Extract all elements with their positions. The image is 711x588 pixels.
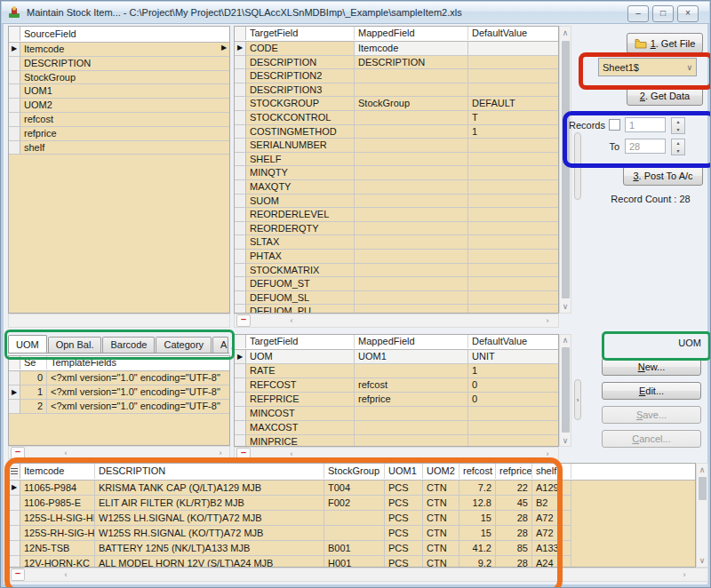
grid-cell[interactable]: 1106-P985-E [20,496,95,511]
grid-cell[interactable]: refprice [355,393,468,407]
records-from-input[interactable] [625,117,666,132]
grid-header-cell[interactable]: DefaultValue [468,335,559,348]
grid-cell[interactable]: SLTAX [246,235,355,250]
grid-cell[interactable]: DESCRIPTION2 [246,69,355,83]
grid-cell[interactable] [468,42,559,56]
close-button[interactable]: × [677,5,699,22]
grid-cell[interactable]: RATE [246,364,355,378]
spin-down-icon[interactable]: ▾ [672,147,684,155]
grid-cell[interactable]: REORDERLEVEL [246,208,355,222]
scroll-left-icon[interactable]: ‹ [286,449,297,458]
grid-cell[interactable] [355,407,468,421]
grid-cell[interactable]: STOCKGROUP [246,97,355,111]
scrollbar-thumb[interactable] [562,41,570,298]
grid-cell[interactable]: StockGroup [20,71,230,85]
grid-cell[interactable]: STOCKCONTROL [246,111,355,125]
data-grid-hscrollbar[interactable]: – ‹ › [8,568,708,582]
grid-cell[interactable]: 7.2 [459,481,496,496]
grid-header-cell[interactable]: shelf [532,464,571,479]
grid-cell[interactable]: UNIT [468,350,559,364]
grid-header-cell[interactable]: DESCRIPTION [95,464,324,479]
grid-cell[interactable]: 12N5-TSB [20,541,95,556]
grid-cell[interactable]: DESCRIPTION [355,56,468,70]
grid-cell[interactable]: PCS [385,541,423,556]
grid-header-cell[interactable]: MappedField [355,27,468,40]
grid-cell[interactable] [468,69,559,83]
grid-header-cell[interactable]: StockGroup [324,464,385,479]
grid-header-cell[interactable]: SourceField [20,27,230,41]
grid-cell[interactable]: 125S-LH-SIG-HLD [20,511,95,526]
grid-cell[interactable] [468,195,559,209]
grid-cell[interactable]: CTN [423,481,459,496]
tab-uom[interactable]: UOM [8,335,47,353]
records-to-input[interactable] [625,139,666,154]
template-grid-hscrollbar[interactable]: – ‹ › [8,446,230,459]
grid-cell[interactable] [355,166,468,180]
grid-cell[interactable] [355,277,468,291]
grid-cell[interactable]: 2 [20,400,47,414]
grid-cell[interactable] [468,291,559,306]
grid-cell[interactable]: F002 [324,496,385,511]
grid-header-cell[interactable]: UOM2 [423,464,459,479]
grid-cell[interactable]: PHTAX [246,250,355,264]
grid-cell[interactable] [468,222,559,236]
grid-header-cell[interactable]: TemplateFields [47,356,230,369]
uom-grid-vscrollbar[interactable]: ∧ ∨ [559,334,571,447]
grid-cell[interactable]: T004 [324,481,385,496]
scroll-down-icon[interactable]: ∨ [697,556,707,565]
tab-alternative[interactable]: Alterna [212,337,228,353]
grid-cell[interactable]: W125S LH.SIGNAL (KO/TT)A72 MJB [95,511,324,526]
grid-cell[interactable]: 9.2 [459,556,496,568]
scroll-down-icon[interactable]: ∨ [560,302,571,311]
scroll-up-icon[interactable]: ∧ [560,336,571,345]
grid-header-cell[interactable]: refcost [459,464,496,479]
grid-cell[interactable]: SHELF [246,153,355,167]
grid-cell[interactable]: T [468,111,559,125]
grid-cell[interactable] [468,435,559,447]
tab-opn-bal[interactable]: Opn Bal. [48,337,102,353]
grid-cell[interactable]: Itemcode [355,42,468,56]
edit-button[interactable]: Edit... [602,382,701,400]
uom-grid-hscrollbar[interactable]: – ‹ › [234,447,559,460]
new-button[interactable]: New... [602,358,701,376]
get-data-button[interactable]: 2. Get Data [627,85,703,106]
scroll-left-icon[interactable]: ‹ [60,449,71,457]
source-grid-hscrollbar[interactable] [8,314,230,328]
grid-cell[interactable]: refcost [20,113,230,127]
minimize-button[interactable]: – [627,5,649,22]
grid-cell[interactable]: PCS [385,511,423,526]
grid-cell[interactable]: BATTERY 12N5 (NK/LT)A133 MJB [95,541,324,556]
grid-cell[interactable]: 1 [468,125,559,139]
grid-cell[interactable] [355,305,468,314]
grid-cell[interactable]: refcost [355,378,468,393]
grid-cell[interactable]: 1 [20,385,47,400]
grid-cell[interactable]: REFCOST [246,378,355,393]
grid-cell[interactable]: 28 [496,526,532,541]
grid-cell[interactable] [355,435,468,447]
grid-cell[interactable] [355,208,468,222]
grid-cell[interactable] [324,511,385,526]
grid-cell[interactable]: W125S RH.SIGNAL (KO/TT)A72 MJB [95,526,324,541]
grid-cell[interactable]: 22 [496,481,532,496]
grid-cell[interactable] [324,526,385,541]
grid-cell[interactable] [355,153,468,167]
grid-cell[interactable] [468,235,559,250]
grid-cell[interactable]: StockGroup [355,97,468,111]
grid-header-cell[interactable]: Itemcode [20,464,95,479]
grid-cell[interactable]: UOM1 [355,350,468,364]
scrollbar-thumb[interactable] [562,347,570,433]
scrollbar-thumb[interactable] [699,477,707,500]
grid-cell[interactable]: 125S-RH-SIG-HLD [20,526,95,541]
grid-cell[interactable] [355,222,468,236]
grid-cell[interactable]: DESCRIPTION3 [246,83,355,98]
scroll-left-icon[interactable]: ‹ [60,570,71,579]
grid-cell[interactable]: UOM1 [20,84,230,99]
post-to-ac-button[interactable]: 3. Post To A/c [623,166,703,186]
grid-cell[interactable]: 0 [20,371,47,385]
remove-row-button[interactable]: – [11,568,25,581]
remove-row-button[interactable]: – [11,447,25,459]
grid-header-cell[interactable]: UOM1 [385,464,423,479]
records-range-checkbox[interactable] [609,119,620,131]
records-from-spinner[interactable]: ▴ ▾ [671,117,685,134]
grid-cell[interactable]: A72 [532,511,571,526]
